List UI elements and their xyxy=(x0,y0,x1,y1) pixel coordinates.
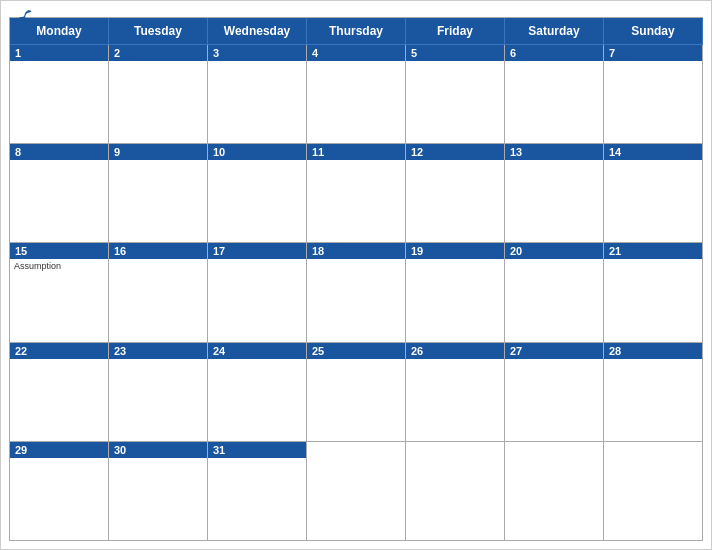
day-cell: 27 xyxy=(505,343,604,442)
calendar-grid: MondayTuesdayWednesdayThursdayFridaySatu… xyxy=(9,17,703,541)
day-cell xyxy=(505,442,604,541)
day-number: 17 xyxy=(208,243,306,259)
day-cell: 28 xyxy=(604,343,703,442)
day-number: 12 xyxy=(406,144,504,160)
day-cell: 4 xyxy=(307,45,406,144)
day-header-tuesday: Tuesday xyxy=(109,18,208,45)
day-number xyxy=(307,442,405,446)
day-cell: 6 xyxy=(505,45,604,144)
day-header-friday: Friday xyxy=(406,18,505,45)
day-cell xyxy=(406,442,505,541)
day-number xyxy=(604,442,702,446)
day-number: 26 xyxy=(406,343,504,359)
day-number: 9 xyxy=(109,144,207,160)
day-number: 13 xyxy=(505,144,603,160)
day-cell: 19 xyxy=(406,243,505,342)
day-cell: 17 xyxy=(208,243,307,342)
day-header-wednesday: Wednesday xyxy=(208,18,307,45)
day-number: 19 xyxy=(406,243,504,259)
day-event: Assumption xyxy=(10,259,108,273)
logo-bird-icon xyxy=(17,9,33,23)
day-number: 28 xyxy=(604,343,702,359)
day-number: 23 xyxy=(109,343,207,359)
day-cell: 11 xyxy=(307,144,406,243)
day-number: 21 xyxy=(604,243,702,259)
day-cell: 30 xyxy=(109,442,208,541)
week-row-3: 15Assumption161718192021 xyxy=(10,243,703,342)
day-number: 30 xyxy=(109,442,207,458)
day-cell xyxy=(307,442,406,541)
day-number xyxy=(505,442,603,446)
day-cell: 16 xyxy=(109,243,208,342)
day-number: 18 xyxy=(307,243,405,259)
day-number: 24 xyxy=(208,343,306,359)
week-row-1: 1234567 xyxy=(10,45,703,144)
week-row-5: 293031 xyxy=(10,442,703,541)
day-cell: 18 xyxy=(307,243,406,342)
day-headers-row: MondayTuesdayWednesdayThursdayFridaySatu… xyxy=(10,18,703,45)
day-number: 22 xyxy=(10,343,108,359)
logo-blue-text xyxy=(17,9,35,23)
day-cell: 31 xyxy=(208,442,307,541)
day-cell xyxy=(604,442,703,541)
day-cell: 5 xyxy=(406,45,505,144)
day-cell: 3 xyxy=(208,45,307,144)
day-cell: 8 xyxy=(10,144,109,243)
day-cell: 29 xyxy=(10,442,109,541)
weeks-container: 123456789101112131415Assumption161718192… xyxy=(10,45,703,541)
day-number: 20 xyxy=(505,243,603,259)
day-number: 7 xyxy=(604,45,702,61)
day-number: 31 xyxy=(208,442,306,458)
day-number: 25 xyxy=(307,343,405,359)
day-number: 5 xyxy=(406,45,504,61)
day-cell: 23 xyxy=(109,343,208,442)
day-number: 2 xyxy=(109,45,207,61)
day-number: 27 xyxy=(505,343,603,359)
day-cell: 13 xyxy=(505,144,604,243)
day-cell: 1 xyxy=(10,45,109,144)
day-cell: 22 xyxy=(10,343,109,442)
day-cell: 26 xyxy=(406,343,505,442)
day-cell: 12 xyxy=(406,144,505,243)
day-number: 15 xyxy=(10,243,108,259)
day-cell: 10 xyxy=(208,144,307,243)
day-number: 4 xyxy=(307,45,405,61)
day-cell: 25 xyxy=(307,343,406,442)
day-number: 29 xyxy=(10,442,108,458)
day-number: 11 xyxy=(307,144,405,160)
day-cell: 9 xyxy=(109,144,208,243)
calendar: MondayTuesdayWednesdayThursdayFridaySatu… xyxy=(0,0,712,550)
day-header-sunday: Sunday xyxy=(604,18,703,45)
day-cell: 2 xyxy=(109,45,208,144)
calendar-header xyxy=(1,1,711,17)
day-number: 6 xyxy=(505,45,603,61)
day-number: 16 xyxy=(109,243,207,259)
day-number: 1 xyxy=(10,45,108,61)
day-cell: 15Assumption xyxy=(10,243,109,342)
day-cell: 7 xyxy=(604,45,703,144)
day-header-saturday: Saturday xyxy=(505,18,604,45)
day-number: 3 xyxy=(208,45,306,61)
logo xyxy=(17,9,35,23)
day-number: 10 xyxy=(208,144,306,160)
day-number: 14 xyxy=(604,144,702,160)
day-number xyxy=(406,442,504,446)
day-cell: 24 xyxy=(208,343,307,442)
day-header-thursday: Thursday xyxy=(307,18,406,45)
day-cell: 14 xyxy=(604,144,703,243)
week-row-4: 22232425262728 xyxy=(10,343,703,442)
day-number: 8 xyxy=(10,144,108,160)
week-row-2: 891011121314 xyxy=(10,144,703,243)
day-cell: 20 xyxy=(505,243,604,342)
day-cell: 21 xyxy=(604,243,703,342)
